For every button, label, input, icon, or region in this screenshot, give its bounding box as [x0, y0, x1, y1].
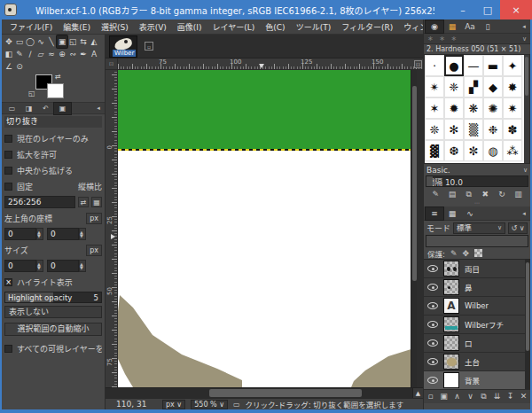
delete-brush-button[interactable]: ✖: [479, 189, 492, 200]
tab-fonts[interactable]: Aa: [461, 20, 479, 33]
brush-swatch[interactable]: ✶: [425, 97, 444, 119]
expand-from-center-checkbox[interactable]: [4, 167, 12, 175]
layer-thumbnail[interactable]: [443, 298, 459, 314]
layer-row[interactable]: Wilberフチ: [424, 316, 530, 334]
tab-brushes[interactable]: ◉: [426, 20, 443, 33]
tab-images[interactable]: ▣: [54, 103, 71, 114]
new-brush-button[interactable]: ▤: [445, 189, 458, 200]
image-tab-wilber[interactable]: Wilber: [109, 35, 137, 58]
tab-tool-options[interactable]: ▭: [4, 103, 20, 114]
dock-menu-icon[interactable]: ◂: [94, 105, 103, 112]
layer-row[interactable]: 鼻: [424, 278, 530, 297]
current-layer-only-checkbox[interactable]: [4, 135, 12, 143]
rectangle-select-tool-button[interactable]: ▭: [14, 35, 25, 48]
layer-thumbnail[interactable]: [443, 372, 459, 388]
merged-checkbox[interactable]: [4, 345, 12, 353]
brush-swatch[interactable]: ✺: [483, 97, 503, 119]
brush-swatch[interactable]: ✻: [444, 119, 464, 140]
menu-item[interactable]: 画像(I): [172, 21, 207, 33]
position-y-input[interactable]: 0: [47, 228, 79, 240]
brush-swatch[interactable]: ✼: [464, 140, 483, 161]
layer-mode-dropdown[interactable]: 標準∨: [453, 222, 505, 234]
menu-item[interactable]: ツール(T): [291, 21, 337, 33]
layer-visibility-eye-icon[interactable]: [427, 377, 438, 384]
brush-swatch[interactable]: ❈: [444, 76, 464, 97]
brush-swatch[interactable]: ▓: [425, 140, 444, 161]
zoom-tool-button[interactable]: ⊙: [14, 60, 25, 73]
lock-pixels-icon[interactable]: ✎: [450, 249, 458, 258]
swap-aspect-icon[interactable]: ⇄: [78, 197, 89, 207]
brush-set-dropdown[interactable]: Basic. ∨: [424, 164, 530, 175]
merge-layer-button[interactable]: ⇊: [491, 391, 503, 402]
size-unit-dropdown[interactable]: px: [86, 245, 102, 256]
tab-patterns[interactable]: ▦: [443, 20, 461, 33]
new-layer-button[interactable]: ▫: [425, 391, 436, 402]
tab-paths[interactable]: ∿: [461, 207, 479, 220]
layer-row[interactable]: 両目: [424, 260, 530, 278]
brush-swatch[interactable]: ⁂: [503, 140, 522, 161]
menu-item[interactable]: ファイル(F): [4, 21, 58, 33]
brush-swatch[interactable]: ◍: [483, 140, 503, 161]
auto-shrink-button[interactable]: 選択範囲の自動縮小: [4, 323, 102, 336]
anchor-layer-button[interactable]: ↧: [505, 391, 516, 402]
aspect-ratio-input[interactable]: 256:256: [4, 196, 75, 208]
layer-visibility-eye-icon[interactable]: [427, 265, 438, 272]
layer-visibility-eye-icon[interactable]: [427, 358, 438, 365]
image-tab-extra-icon[interactable]: ▫: [145, 42, 153, 51]
smudge-tool-button[interactable]: ∾: [67, 48, 78, 60]
brush-swatch[interactable]: ◆: [483, 76, 503, 97]
layer-thumbnail[interactable]: [443, 335, 459, 351]
unit-dropdown[interactable]: px ∨: [162, 400, 185, 409]
crop-tool-button[interactable]: ▣: [57, 35, 67, 48]
menu-item[interactable]: フィルター(R): [336, 21, 398, 33]
zoom-follow-window-icon[interactable]: ⊡: [414, 60, 422, 68]
perspective-tool-button[interactable]: ◭: [89, 35, 99, 48]
airbrush-tool-button[interactable]: ≈: [46, 48, 57, 60]
position-y-stepper[interactable]: ▲▼: [79, 228, 86, 240]
highlight-row[interactable]: × ハイライト表示: [4, 274, 102, 290]
layer-visibility-eye-icon[interactable]: [427, 302, 438, 309]
delete-layer-button[interactable]: ✕: [518, 391, 529, 402]
raise-layer-button[interactable]: ∧: [451, 391, 463, 402]
size-y-stepper[interactable]: ▲▼: [79, 260, 86, 272]
layer-row[interactable]: Wilber: [424, 297, 530, 316]
close-button[interactable]: ×: [500, 0, 532, 19]
guides-dropdown[interactable]: 表示しない: [4, 306, 102, 318]
expand-from-center-row[interactable]: 中央から拡げる: [4, 162, 102, 178]
layer-thumbnail[interactable]: [443, 316, 459, 332]
navigation-corner-button[interactable]: ▲: [412, 388, 423, 398]
menu-item[interactable]: 表示(V): [134, 21, 172, 33]
paintbrush-tool-button[interactable]: ∕: [25, 48, 35, 60]
menu-item[interactable]: 色(C): [260, 21, 290, 33]
pencil-tool-button[interactable]: ✎: [14, 48, 25, 60]
lock-alpha-icon[interactable]: [474, 249, 482, 257]
position-x-stepper[interactable]: ▲▼: [36, 228, 43, 240]
layer-thumbnail[interactable]: [443, 354, 459, 370]
maximize-button[interactable]: □: [475, 0, 500, 19]
ruler-corner-button[interactable]: ⊡: [106, 58, 118, 70]
brush-swatch[interactable]: ❊: [425, 119, 444, 140]
brush-swatch[interactable]: ▒: [464, 119, 483, 140]
position-x-input[interactable]: 0: [4, 228, 36, 240]
duplicate-layer-button[interactable]: ⧉: [478, 391, 489, 402]
highlight-checkbox[interactable]: ×: [4, 278, 12, 286]
brush-swatch[interactable]: ▬: [483, 55, 503, 76]
brush-swatch[interactable]: ✴: [425, 76, 444, 97]
layer-visibility-eye-icon[interactable]: [427, 321, 438, 328]
canvas-vertical-scrollbar[interactable]: [411, 70, 417, 387]
size-y-input[interactable]: 0: [47, 260, 79, 272]
tab-device-status[interactable]: ◨: [20, 103, 37, 114]
swap-colors-icon[interactable]: ⇄: [55, 73, 61, 81]
current-layer-only-row[interactable]: 現在のレイヤーのみ: [4, 130, 102, 146]
open-brush-button[interactable]: ▥: [512, 189, 525, 200]
layer-thumbnail[interactable]: [443, 261, 459, 277]
brush-swatch[interactable]: ✸: [503, 76, 522, 97]
new-layer-group-button[interactable]: ▣: [438, 391, 450, 402]
menu-item[interactable]: 編集(E): [58, 21, 96, 33]
brush-swatch[interactable]: ▞: [464, 76, 483, 97]
text-tool-button[interactable]: A: [89, 48, 99, 60]
layer-row[interactable]: 口: [424, 334, 530, 353]
tab-undo-history[interactable]: ↶: [37, 103, 54, 114]
tab-channels[interactable]: ▦: [443, 207, 461, 220]
brush-swatch[interactable]: ❉: [483, 119, 503, 140]
